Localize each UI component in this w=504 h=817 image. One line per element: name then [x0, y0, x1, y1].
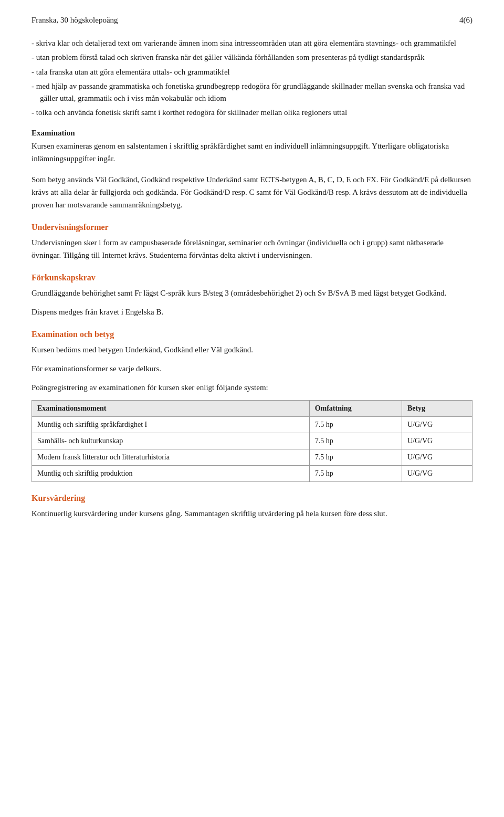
table-cell: 7.5 hp	[309, 449, 402, 465]
examination-table: ExaminationsmomentOmfattningBetyg Muntli…	[32, 400, 472, 482]
table-header-cell: Betyg	[402, 400, 472, 416]
undervisningsformer-text: Undervisningen sker i form av campusbase…	[32, 236, 472, 261]
kursvärdering-heading: Kursvärdering	[32, 494, 472, 503]
bullet-item: skriva klar och detaljerad text om varie…	[32, 37, 472, 49]
forkunskapskrav-text1: Grundläggande behörighet samt Fr lägst C…	[32, 287, 472, 299]
table-body: Muntlig och skriftlig språkfärdighet I7.…	[32, 416, 472, 481]
examination-betyg-text3: Poängregistrering av examinationen för k…	[32, 381, 472, 394]
bullet-item: tolka och använda fonetisk skrift samt i…	[32, 107, 472, 119]
table-header-cell: Examinationsmoment	[32, 400, 310, 416]
examination-text: Kursen examineras genom en salstentamen …	[32, 140, 472, 165]
bullet-list: skriva klar och detaljerad text om varie…	[32, 37, 472, 119]
examination-section: Examination Kursen examineras genom en s…	[32, 129, 472, 165]
page-header: Franska, 30 högskolepoäng 4(6)	[32, 16, 472, 25]
forkunskapskrav-text2: Dispens medges från kravet i Engelska B.	[32, 306, 472, 318]
page-title: Franska, 30 högskolepoäng	[32, 16, 118, 25]
forkunskapskrav-heading: Förkunskapskrav	[32, 273, 472, 282]
table-cell: U/G/VG	[402, 433, 472, 449]
bullet-item: utan problem förstå talad och skriven fr…	[32, 51, 472, 64]
table-cell: U/G/VG	[402, 449, 472, 465]
table-cell: Muntlig och skriftlig språkfärdighet I	[32, 416, 310, 433]
table-row: Muntlig och skriftlig produktion7.5 hpU/…	[32, 465, 472, 481]
table-cell: Muntlig och skriftlig produktion	[32, 465, 310, 481]
table-cell: U/G/VG	[402, 465, 472, 481]
examination-betyg-heading: Examination och betyg	[32, 330, 472, 339]
bullet-item: tala franska utan att göra elementära ut…	[32, 66, 472, 78]
examination-heading: Examination	[32, 129, 472, 138]
table-cell: 7.5 hp	[309, 416, 402, 433]
table-cell: 7.5 hp	[309, 433, 402, 449]
table-cell: Modern fransk litteratur och litteraturh…	[32, 449, 310, 465]
table-row: Modern fransk litteratur och litteraturh…	[32, 449, 472, 465]
table-row: Muntlig och skriftlig språkfärdighet I7.…	[32, 416, 472, 433]
table-header-row: ExaminationsmomentOmfattningBetyg	[32, 400, 472, 416]
bullet-item: med hjälp av passande grammatiska och fo…	[32, 80, 472, 105]
table-cell: 7.5 hp	[309, 465, 402, 481]
page-number: 4(6)	[459, 16, 472, 25]
examination-betyg-text1: Kursen bedöms med betygen Underkänd, God…	[32, 343, 472, 356]
table-cell: Samhälls- och kulturkunskap	[32, 433, 310, 449]
table-row: Samhälls- och kulturkunskap7.5 hpU/G/VG	[32, 433, 472, 449]
examination-betyg-text2: För examinationsformer se varje delkurs.	[32, 362, 472, 375]
kursvärdering-text: Kontinuerlig kursvärdering under kursens…	[32, 507, 472, 520]
undervisningsformer-heading: Undervisningsformer	[32, 223, 472, 232]
table-cell: U/G/VG	[402, 416, 472, 433]
table-header-cell: Omfattning	[309, 400, 402, 416]
grading-para: Som betyg används Väl Godkänd, Godkänd r…	[32, 173, 472, 211]
